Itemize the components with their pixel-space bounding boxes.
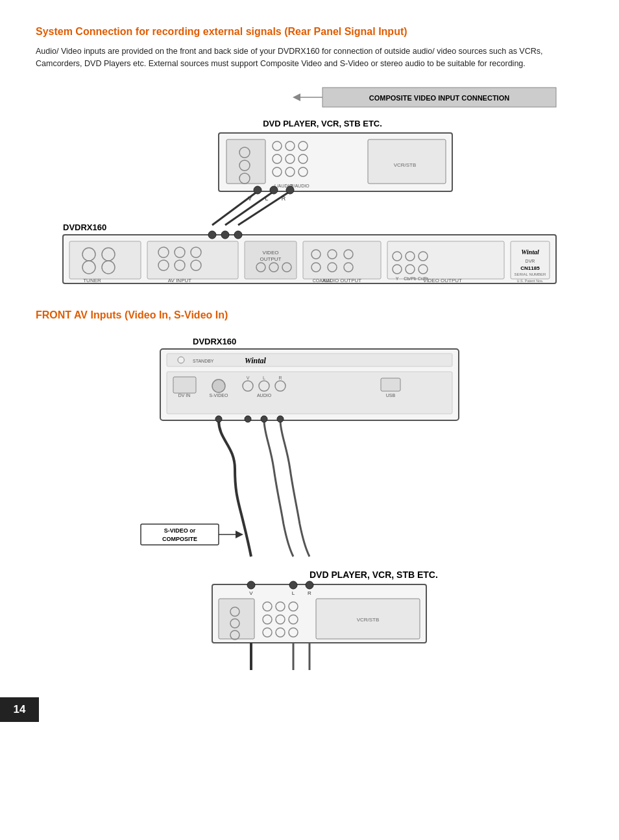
- svg-text:DVDRX160: DVDRX160: [63, 222, 106, 232]
- svg-text:USB: USB: [386, 393, 396, 398]
- svg-text:VIDEO OUTPUT: VIDEO OUTPUT: [423, 278, 462, 283]
- svg-text:L: L: [265, 195, 268, 202]
- svg-text:S-VIDEO or: S-VIDEO or: [164, 527, 196, 534]
- svg-point-105: [215, 416, 222, 422]
- svg-point-113: [289, 581, 297, 589]
- svg-text:DV IN: DV IN: [178, 393, 191, 398]
- svg-text:OUTPUT: OUTPUT: [260, 256, 282, 262]
- svg-point-91: [212, 379, 225, 392]
- svg-text:VCR/STB: VCR/STB: [394, 162, 417, 168]
- svg-point-25: [254, 186, 261, 194]
- svg-text:COMPOSITE: COMPOSITE: [162, 536, 197, 542]
- page: System Connection for recording external…: [0, 0, 619, 722]
- svg-text:VIDEO: VIDEO: [263, 250, 279, 256]
- svg-text:Cr/Pr: Cr/Pr: [418, 276, 429, 281]
- svg-point-86: [178, 357, 184, 363]
- svg-point-79: [208, 231, 216, 239]
- svg-text:Wintal: Wintal: [245, 356, 267, 365]
- section1-title: System Connection for recording external…: [36, 26, 583, 38]
- svg-text:VCR/STB: VCR/STB: [357, 617, 380, 623]
- svg-text:STANDBY: STANDBY: [193, 359, 214, 363]
- svg-rect-100: [381, 378, 400, 391]
- svg-text:SERIAL NUMBER: SERIAL NUMBER: [515, 272, 546, 276]
- svg-point-103: [261, 416, 267, 422]
- svg-rect-62: [387, 241, 504, 279]
- svg-rect-53: [303, 241, 381, 279]
- svg-text:V: V: [247, 376, 250, 380]
- svg-text:Wintal: Wintal: [521, 248, 539, 256]
- page-number: 14: [14, 703, 26, 716]
- svg-point-104: [277, 416, 284, 422]
- svg-text:Cb/Pb: Cb/Pb: [404, 276, 417, 281]
- svg-text:V: V: [249, 590, 253, 596]
- page-number-area: 14: [0, 697, 39, 722]
- section2-title: FRONT AV Inputs (Video In, S-Video In): [36, 309, 583, 321]
- svg-point-80: [221, 231, 229, 239]
- svg-text:AUDIO: AUDIO: [257, 393, 272, 398]
- svg-text:R: R: [282, 195, 286, 202]
- svg-text:TUNER: TUNER: [83, 278, 101, 283]
- svg-text:R: R: [308, 590, 311, 596]
- svg-point-112: [247, 581, 255, 589]
- svg-point-27: [286, 186, 294, 194]
- svg-rect-20: [368, 139, 446, 184]
- svg-text:DVD PLAYER, VCR, STB ETC.: DVD PLAYER, VCR, STB ETC.: [310, 570, 438, 580]
- svg-point-26: [270, 186, 278, 194]
- svg-text:V: V: [248, 195, 252, 202]
- front-panel-diagram: DVDRX160 STANDBY Wintal DV IN S-VIDEO V: [36, 333, 583, 677]
- svg-point-81: [234, 231, 242, 239]
- svg-text:AV INPUT: AV INPUT: [168, 278, 191, 283]
- svg-point-114: [306, 581, 313, 589]
- rear-panel-diagram: COMPOSITE VIDEO INPUT CONNECTION DVD PLA…: [36, 82, 583, 290]
- rear-panel-svg: COMPOSITE VIDEO INPUT CONNECTION DVD PLA…: [43, 82, 576, 290]
- svg-text:R: R: [278, 376, 282, 380]
- svg-text:U.S. Patent Nos.: U.S. Patent Nos.: [517, 279, 544, 283]
- svg-point-102: [245, 416, 251, 422]
- svg-text:L: L: [292, 590, 295, 596]
- svg-text:DVD PLAYER, VCR, STB ETC.: DVD PLAYER, VCR, STB ETC.: [263, 119, 382, 128]
- svg-text:DVR: DVR: [526, 259, 535, 263]
- svg-text:L: L: [263, 376, 265, 380]
- svg-text:DVDRX160: DVDRX160: [193, 337, 236, 346]
- svg-text:Y: Y: [396, 276, 399, 281]
- svg-text:CN1185: CN1185: [520, 265, 540, 271]
- svg-text:S-VIDEO: S-VIDEO: [210, 393, 228, 398]
- svg-rect-89: [173, 377, 196, 393]
- svg-text:COMPOSITE VIDEO INPUT CONNECTI: COMPOSITE VIDEO INPUT CONNECTION: [369, 94, 509, 102]
- svg-rect-39: [147, 241, 238, 279]
- front-panel-svg: DVDRX160 STANDBY Wintal DV IN S-VIDEO V: [128, 333, 491, 677]
- svg-rect-5: [226, 139, 265, 184]
- section1-body: Audio/ Video inputs are provided on the …: [36, 45, 583, 71]
- svg-text:COAXIAL: COAXIAL: [313, 278, 332, 283]
